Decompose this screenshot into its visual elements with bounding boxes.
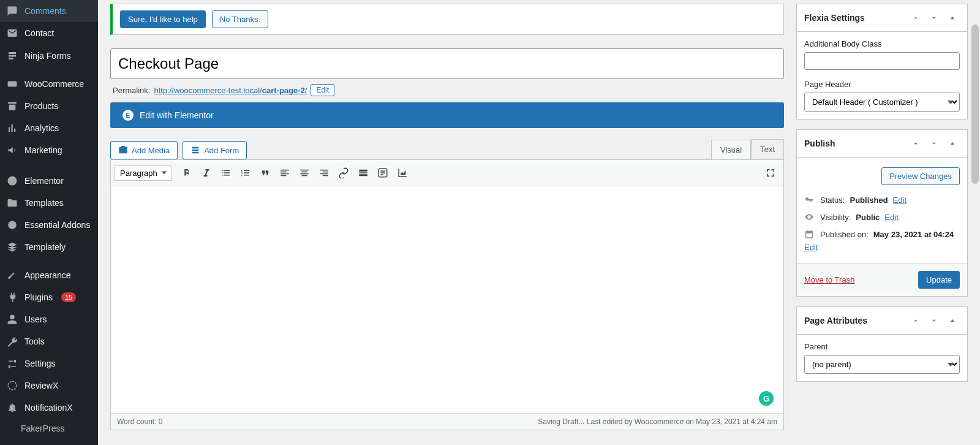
format-select[interactable]: Paragraph (115, 165, 172, 181)
sidebar-item-label: Settings (24, 359, 56, 368)
sidebar-item-comments[interactable]: Comments (0, 0, 98, 22)
box-toggle-button[interactable] (945, 313, 960, 328)
page-title-input[interactable] (118, 51, 776, 76)
brush-icon (6, 269, 18, 281)
plug-icon (6, 291, 18, 303)
survey-decline-button[interactable]: No Thanks. (212, 10, 268, 28)
sidebar-item-templately[interactable]: Templately (0, 236, 98, 258)
reviewx-icon (6, 379, 18, 392)
insert-chart-button[interactable] (393, 164, 412, 182)
page-header-select[interactable]: Default Header ( Customizer ) (804, 93, 960, 112)
sidebar-item-marketing[interactable]: Marketing (0, 139, 98, 161)
add-media-button[interactable]: Add Media (110, 141, 178, 159)
sidebar-item-reviewx[interactable]: ReviewX (0, 375, 98, 397)
move-to-trash-link[interactable]: Move to Trash (804, 275, 854, 284)
bell-icon (6, 401, 18, 414)
page-attributes-title: Page Attributes (804, 316, 908, 325)
sidebar-item-label: Users (24, 314, 47, 324)
sidebar-item-label: Elementor (24, 176, 64, 186)
sidebar-item-woocommerce[interactable]: WooCommerce (0, 73, 98, 95)
body-class-label: Additional Body Class (804, 39, 960, 48)
update-button[interactable]: Update (918, 271, 960, 289)
insert-more-button[interactable] (354, 164, 372, 182)
sidebar-item-appearance[interactable]: Appearance (0, 264, 98, 286)
classic-editor: Paragraph (110, 159, 784, 430)
bullet-list-button[interactable] (217, 164, 235, 182)
survey-notice: Sure, I'd like to help No Thanks. (110, 4, 784, 35)
archive-icon (6, 100, 18, 112)
sidebar-item-elementor[interactable]: Elementor (0, 170, 98, 192)
box-toggle-button[interactable] (945, 10, 960, 25)
sidebar-item-label: Analytics (24, 123, 59, 133)
permalink-row: Permalink: http://woocommerce-test.local… (110, 84, 784, 102)
sidebar-item-plugins[interactable]: Plugins15 (0, 286, 98, 308)
sidebar-item-label: Templates (24, 198, 64, 208)
triangle-up-icon (948, 316, 957, 325)
italic-button[interactable] (197, 164, 216, 182)
sidebar-item-ninja-forms[interactable]: Ninja Forms (0, 45, 98, 67)
admin-sidebar: CommentsContactNinja FormsWooCommercePro… (0, 0, 98, 445)
visibility-edit-link[interactable]: Edit (884, 213, 898, 222)
sidebar-item-templates[interactable]: Templates (0, 192, 98, 214)
align-left-icon (279, 167, 290, 178)
flexia-settings-box: Flexia Settings Additional Body Class Pa… (796, 4, 968, 120)
survey-accept-button[interactable]: Sure, I'd like to help (120, 10, 206, 28)
box-move-up-button[interactable] (908, 313, 923, 328)
chevron-up-icon (911, 139, 920, 148)
sidebar-item-tools[interactable]: Tools (0, 330, 98, 352)
box-move-down-button[interactable] (927, 136, 941, 151)
numbered-list-button[interactable] (236, 164, 255, 182)
page-header-label: Page Header (804, 80, 960, 89)
add-form-button[interactable]: Add Form (183, 141, 247, 159)
box-toggle-button[interactable] (945, 136, 960, 151)
edit-with-elementor-button[interactable]: E Edit with Elementor (110, 102, 784, 128)
sidebar-item-label: Comments (24, 6, 66, 16)
sidebar-item-label: NotificationX (24, 403, 73, 413)
sidebar-item-analytics[interactable]: Analytics (0, 117, 98, 139)
align-left-button[interactable] (276, 164, 294, 182)
sidebar-item-label: Products (24, 101, 58, 111)
box-move-down-button[interactable] (927, 313, 941, 328)
elementor-logo-icon: E (123, 110, 134, 121)
page-scrollbar[interactable] (970, 0, 980, 445)
sidebar-subitem-fakerpress[interactable]: FakerPress (0, 419, 98, 438)
date-edit-link[interactable]: Edit (804, 243, 818, 252)
body-class-input[interactable] (804, 52, 960, 70)
box-move-up-button[interactable] (908, 10, 923, 25)
sidebar-item-contact[interactable]: Contact (0, 22, 98, 44)
permalink-link[interactable]: http://woocommerce-test.local/cart-page-… (154, 86, 307, 95)
permalink-edit-button[interactable]: Edit (311, 84, 334, 96)
sidebar-item-settings[interactable]: Settings (0, 352, 98, 375)
update-count-badge: 15 (61, 292, 76, 302)
tab-visual[interactable]: Visual (711, 140, 751, 160)
comment-icon (6, 5, 18, 17)
triangle-up-icon (948, 139, 957, 148)
sidebar-item-label: Appearance (24, 270, 71, 280)
chevron-down-icon (930, 139, 938, 148)
insert-link-button[interactable] (334, 164, 353, 182)
blockquote-button[interactable] (256, 164, 274, 182)
align-right-button[interactable] (315, 164, 333, 182)
align-center-button[interactable] (295, 164, 314, 182)
sidebar-item-label: ReviewX (24, 381, 58, 390)
preview-changes-button[interactable]: Preview Changes (881, 167, 960, 185)
editor-canvas[interactable]: G (111, 186, 783, 413)
sidebar-item-users[interactable]: Users (0, 308, 98, 330)
distraction-free-button[interactable] (761, 164, 780, 182)
parent-select[interactable]: (no parent) (804, 355, 960, 374)
scroll-thumb[interactable] (971, 25, 979, 184)
sidebar-item-essential-addons[interactable]: Essential Addons (0, 214, 98, 236)
status-edit-link[interactable]: Edit (893, 196, 907, 205)
bold-button[interactable] (178, 164, 196, 182)
sidebar-item-products[interactable]: Products (0, 95, 98, 117)
page-attributes-box: Page Attributes Parent (no parent) (796, 306, 968, 382)
publish-box: Publish Preview Changes Status: Publish (796, 129, 968, 297)
grammarly-icon[interactable]: G (759, 391, 774, 406)
tab-text[interactable]: Text (751, 139, 784, 159)
box-move-up-button[interactable] (908, 136, 923, 151)
toolbar-toggle-button[interactable] (374, 164, 392, 182)
ea-icon (6, 219, 18, 231)
sidebar-item-notificationx[interactable]: NotificationX (0, 397, 98, 419)
link-icon (338, 167, 349, 178)
box-move-down-button[interactable] (927, 10, 941, 25)
